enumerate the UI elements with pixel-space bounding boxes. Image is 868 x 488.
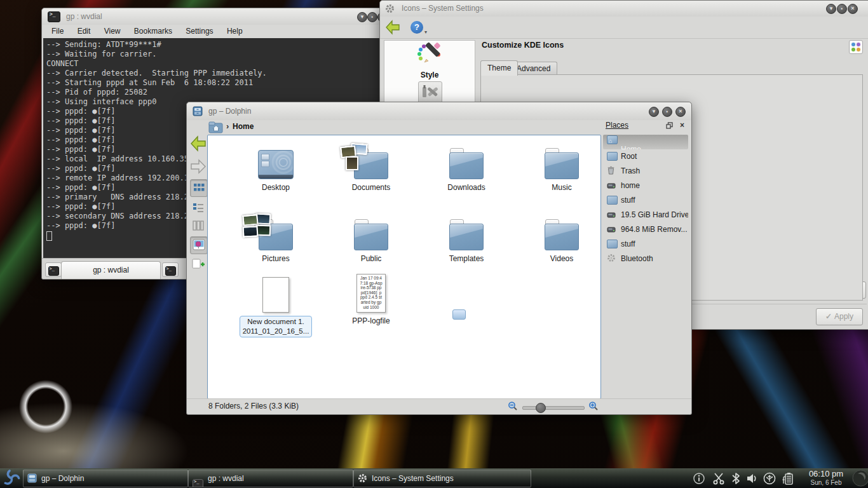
maximize-button[interactable]	[367, 12, 377, 22]
trash-icon	[607, 165, 617, 174]
menu-edit[interactable]: Edit	[72, 25, 97, 38]
gear-icon	[385, 4, 395, 13]
file-item-templates[interactable]: Templates	[428, 214, 505, 263]
home-folder-button[interactable]	[208, 121, 224, 134]
back-button[interactable]	[385, 20, 400, 35]
file-item-videos[interactable]: Videos	[524, 214, 600, 263]
file-item-music[interactable]: Music	[524, 142, 600, 192]
file-item-label: Music	[524, 183, 600, 192]
icons-view-button[interactable]	[190, 179, 208, 197]
dolphin-titlebar[interactable]: gp – Dolphin	[187, 102, 691, 121]
dot-icon	[851, 43, 855, 46]
help-button[interactable]: ?	[410, 21, 423, 34]
zoom-slider[interactable]	[522, 406, 585, 410]
minimize-button[interactable]	[357, 12, 367, 22]
menu-file[interactable]: File	[46, 25, 69, 38]
task-dolphin[interactable]: gp – Dolphin	[23, 470, 188, 487]
terminal-tab[interactable]: gp : wvdial	[61, 261, 161, 279]
close-panel-icon[interactable]: ×	[680, 121, 684, 130]
breadcrumb-home[interactable]: Home	[233, 122, 254, 131]
home-icon: ⌂	[607, 135, 617, 144]
terminal-line: --> Carrier detected. Starting PPP immed…	[46, 69, 382, 78]
close-button[interactable]	[848, 4, 858, 14]
minimize-button[interactable]	[649, 107, 659, 117]
minimize-button[interactable]	[826, 4, 836, 14]
maximize-button[interactable]	[837, 4, 847, 14]
place-item-home[interactable]: ⌂Home	[603, 135, 688, 149]
zoom-slider-thumb[interactable]	[536, 403, 546, 413]
settings-titlebar[interactable]: Icons – System Settings	[380, 1, 868, 17]
clipboard-scissors-icon[interactable]	[712, 472, 726, 485]
menu-help[interactable]: Help	[221, 25, 248, 38]
close-button[interactable]	[675, 107, 686, 117]
desktop: >_ gp : wvdial File Edit View Bookmarks …	[0, 0, 868, 488]
place-item-stuff2[interactable]: stuff	[603, 237, 688, 252]
place-item-trash[interactable]: Trash	[603, 164, 688, 179]
volume-icon[interactable]	[746, 472, 759, 485]
task-terminal[interactable]: >_gp : wvdial	[188, 470, 353, 487]
menu-settings[interactable]: Settings	[180, 25, 219, 38]
back-button[interactable]	[190, 135, 207, 152]
place-item-removable[interactable]: 964.8 MiB Remov...	[603, 222, 688, 237]
chevron-down-icon[interactable]: ▾	[424, 29, 427, 35]
usb-device-icon[interactable]	[763, 472, 776, 485]
dolphin-window: gp – Dolphin › Home	[186, 102, 692, 415]
taskbar-panel: gp – Dolphin >_gp : wvdial Icons – Syste…	[0, 468, 868, 488]
file-item-label: Desktop	[238, 183, 314, 192]
preview-toggle-button[interactable]	[190, 236, 208, 254]
forward-button[interactable]	[190, 158, 207, 175]
detach-panel-icon[interactable]	[666, 122, 673, 129]
text-file-preview-icon: Jan 17 09:4 7:18 gp-Asp ire-5738 pp pd[1…	[356, 274, 386, 313]
file-item-downloads[interactable]: Downloads	[428, 142, 505, 192]
split-view-button[interactable]	[190, 257, 207, 273]
file-item-label: Downloads	[428, 183, 505, 192]
zoom-out-icon[interactable]	[508, 401, 518, 411]
sidebar-item-tools[interactable]	[418, 81, 442, 104]
place-item-root[interactable]: Root	[603, 149, 688, 164]
task-system-settings[interactable]: Icons – System Settings	[353, 470, 531, 487]
menu-view[interactable]: View	[98, 25, 126, 38]
panel-toolbox-cashew-icon[interactable]	[851, 469, 868, 487]
zoom-in-icon[interactable]	[588, 401, 599, 411]
dot-icon	[851, 48, 855, 51]
terminal-line: --> Sending: ATDT*99***1#	[46, 40, 382, 50]
place-item-bluetooth[interactable]: Bluetooth	[603, 252, 688, 266]
folder-icon	[354, 224, 388, 250]
bluetooth-icon[interactable]	[731, 472, 741, 485]
tools-icon	[419, 82, 440, 102]
terminal-cursor	[46, 231, 52, 241]
file-manager-icon	[193, 106, 203, 116]
file-item-desktop[interactable]: Desktop	[238, 142, 314, 192]
apply-button[interactable]: ✓Apply	[816, 308, 863, 325]
sidebar-item-style[interactable]: Style	[384, 42, 475, 79]
clock-date: Sun, 6 Feb	[802, 479, 850, 486]
menu-bookmarks[interactable]: Bookmarks	[128, 25, 178, 38]
details-view-button[interactable]	[190, 200, 207, 216]
file-item-label: Public	[333, 254, 409, 263]
maximize-button[interactable]	[662, 107, 672, 117]
app-launcher-icon[interactable]	[1, 468, 22, 488]
columns-view-button[interactable]	[190, 217, 207, 234]
place-item-hard-drive[interactable]: 19.5 GiB Hard Drive	[603, 208, 688, 222]
folder-view[interactable]: Desktop Documents Downloads Music	[207, 135, 601, 399]
mouse-cursor	[452, 309, 466, 320]
folder-icon	[545, 152, 579, 179]
dolphin-title: gp – Dolphin	[208, 102, 251, 120]
new-tab-button[interactable]: >_	[45, 262, 62, 277]
file-item-ppp-logfile[interactable]: Jan 17 09:4 7:18 gp-Asp ire-5738 pp pd[1…	[333, 276, 409, 325]
notifications-info-icon[interactable]	[693, 472, 705, 485]
clock[interactable]: 06:10 pm Sun, 6 Feb	[802, 469, 850, 486]
tab-theme[interactable]: Theme	[480, 60, 518, 76]
style-pencil-icon	[416, 42, 444, 67]
tab-list-button[interactable]: >_	[162, 262, 179, 277]
place-item-stuff[interactable]: stuff	[603, 193, 688, 208]
file-item-new-document[interactable]: New document 1. 2011_01_20_16_5...	[238, 276, 314, 337]
file-item-pictures[interactable]: Pictures	[238, 214, 314, 263]
place-item-home-partition[interactable]: home	[603, 179, 688, 193]
overview-grid-icon[interactable]	[849, 40, 863, 54]
file-item-documents[interactable]: Documents	[333, 142, 409, 192]
terminal-titlebar[interactable]: >_ gp : wvdial	[42, 8, 383, 25]
battery-icon[interactable]	[780, 472, 794, 485]
check-icon: ✓	[825, 309, 832, 325]
file-item-public[interactable]: Public	[333, 214, 409, 263]
